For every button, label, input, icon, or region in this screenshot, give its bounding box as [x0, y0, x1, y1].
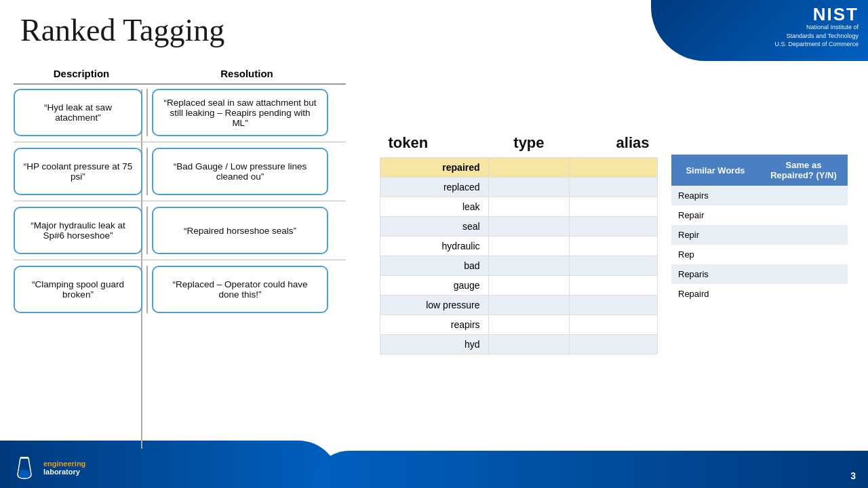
alias-cell — [570, 217, 658, 237]
type-cell — [488, 197, 570, 217]
type-cell — [488, 256, 570, 276]
row-divider — [146, 148, 148, 195]
similar-word-cell: Repaird — [671, 284, 760, 304]
token-cell: hyd — [380, 335, 489, 354]
alias-cell — [570, 197, 658, 217]
similar-word-cell: Repair — [671, 205, 760, 225]
nist-acronym: NIST — [774, 5, 859, 23]
type-cell — [488, 335, 570, 354]
similar-word-cell: Rep — [671, 245, 760, 264]
token-cell: replaced — [380, 178, 489, 197]
table-row: “Hyd leak at saw atachment” “Replaced se… — [14, 89, 346, 142]
token-header: token — [380, 129, 489, 158]
token-cell: repaired — [380, 158, 489, 178]
resolution-cell: “Bad Gauge / Low pressure lines cleaned … — [152, 148, 328, 195]
alias-cell — [570, 335, 658, 354]
similar-words-header: Similar Words — [671, 155, 760, 186]
same-as-cell — [760, 264, 848, 284]
token-cell: leak — [380, 197, 489, 217]
token-cell: seal — [380, 217, 489, 237]
description-cell: “Major hydraulic leak at Sp#6 horseshoe” — [14, 207, 142, 254]
alias-cell — [570, 158, 658, 178]
row-divider — [146, 266, 148, 313]
type-cell — [488, 276, 570, 296]
alias-cell — [570, 296, 658, 315]
col-resolution-header: Resolution — [159, 68, 335, 79]
token-cell: gauge — [380, 276, 489, 296]
token-cell: hydraulic — [380, 237, 489, 256]
same-as-cell — [760, 186, 848, 205]
nist-line3: U.S. Department of Commerce — [774, 40, 859, 49]
similar-word-cell: Reparis — [671, 264, 760, 284]
lab-text: engineering laboratory — [43, 460, 85, 476]
page-title: Ranked Tagging — [20, 12, 224, 48]
row-divider — [146, 207, 148, 254]
type-cell — [488, 237, 570, 256]
alias-cell — [570, 256, 658, 276]
same-as-header: Same as Repaired? (Y/N) — [760, 155, 848, 186]
type-cell — [488, 296, 570, 315]
nist-logo: NIST National Institute of Standards and… — [774, 5, 859, 49]
nist-line2: Standards and Technology — [774, 32, 859, 41]
similar-word-cell: Reapirs — [671, 186, 760, 205]
nist-line1: National Institute of — [774, 23, 859, 32]
row-divider — [146, 89, 148, 136]
similar-words-table: Similar Words Same as Repaired? (Y/N) Re… — [671, 155, 848, 304]
alias-cell — [570, 315, 658, 335]
same-as-cell — [760, 225, 848, 245]
type-cell — [488, 158, 570, 178]
resolution-cell: “Repaired horseshoe seals” — [152, 207, 328, 254]
description-cell: “Clamping spool guard broken” — [14, 266, 142, 313]
table-row: “Major hydraulic leak at Sp#6 horseshoe”… — [14, 207, 346, 260]
table-rows: “Hyd leak at saw atachment” “Replaced se… — [14, 89, 346, 319]
description-cell: “HP coolant pressure at 75 psi” — [14, 148, 142, 195]
alias-cell — [570, 237, 658, 256]
token-cell: low pressure — [380, 296, 489, 315]
bg-bottom-right — [312, 451, 868, 488]
token-cell: reapirs — [380, 315, 489, 335]
table-row: “Clamping spool guard broken” “Replaced … — [14, 266, 346, 319]
type-header: type — [488, 129, 570, 158]
alias-header: alias — [570, 129, 658, 158]
left-table: Description Resolution “Hyd leak at saw … — [14, 68, 346, 319]
lab-icon — [11, 454, 38, 481]
description-cell: “Hyd leak at saw atachment” — [14, 89, 142, 136]
same-as-cell — [760, 245, 848, 264]
same-as-cell — [760, 205, 848, 225]
svg-point-2 — [19, 471, 30, 478]
left-table-header: Description Resolution — [14, 68, 346, 85]
lab-logo-area: engineering laboratory — [11, 454, 85, 481]
similar-word-cell: Repir — [671, 225, 760, 245]
table-row: “HP coolant pressure at 75 psi” “Bad Gau… — [14, 148, 346, 201]
type-cell — [488, 178, 570, 197]
col-description-header: Description — [14, 68, 149, 79]
type-cell — [488, 315, 570, 335]
type-cell — [488, 217, 570, 237]
token-cell: bad — [380, 256, 489, 276]
page-number: 3 — [850, 470, 856, 481]
alias-cell — [570, 178, 658, 197]
resolution-cell: “Replaced – Operator could have done thi… — [152, 266, 328, 313]
token-table: token type alias repairedreplacedleaksea… — [380, 129, 658, 354]
resolution-cell: “Replaced seal in saw attachment but sti… — [152, 89, 328, 136]
same-as-cell — [760, 284, 848, 304]
alias-cell — [570, 276, 658, 296]
